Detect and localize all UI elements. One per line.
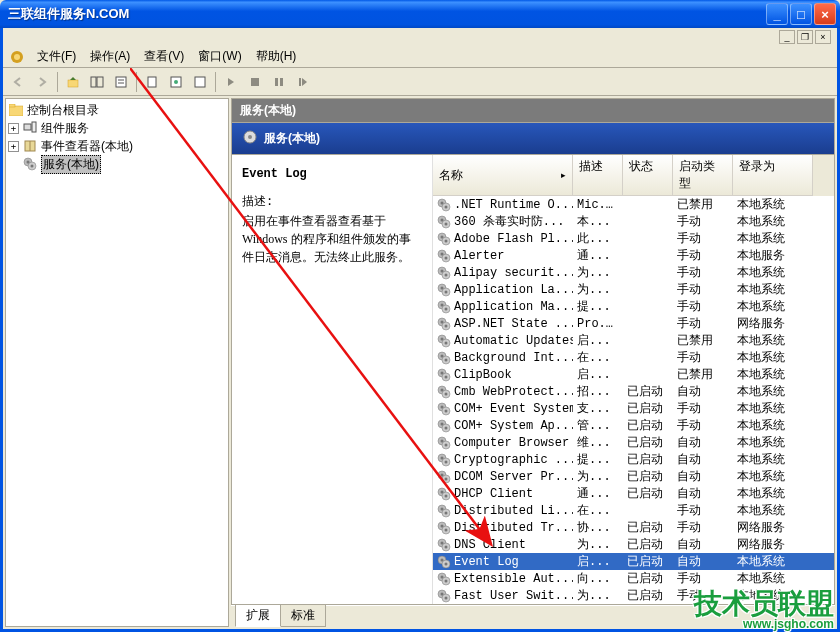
service-startup: 手动 bbox=[673, 247, 733, 264]
service-row[interactable]: Computer Browser维...已启动自动本地系统 bbox=[433, 434, 834, 451]
service-row[interactable]: ClipBook启...已禁用本地系统 bbox=[433, 366, 834, 383]
svg-point-66 bbox=[441, 354, 444, 357]
tab-standard[interactable]: 标准 bbox=[280, 604, 326, 627]
col-header-status[interactable]: 状态 bbox=[623, 155, 673, 196]
service-row[interactable]: Application Ma...提...手动本地系统 bbox=[433, 298, 834, 315]
toolbar bbox=[3, 68, 837, 96]
service-status: 已启动 bbox=[623, 383, 673, 400]
service-row[interactable]: Application La...为...手动本地系统 bbox=[433, 281, 834, 298]
service-name: Fast User Swit... bbox=[454, 589, 573, 603]
tree-item[interactable]: +事件查看器(本地) bbox=[8, 137, 226, 155]
col-header-desc[interactable]: 描述 bbox=[573, 155, 623, 196]
svg-point-39 bbox=[445, 239, 448, 242]
service-startup: 手动 bbox=[673, 230, 733, 247]
service-desc: 提... bbox=[573, 451, 623, 468]
service-row[interactable]: Cryptographic ...提...已启动自动本地系统 bbox=[433, 451, 834, 468]
up-button[interactable] bbox=[62, 71, 84, 93]
close-button[interactable]: × bbox=[814, 3, 836, 25]
svg-rect-4 bbox=[97, 77, 103, 87]
service-startup: 手动 bbox=[673, 281, 733, 298]
service-startup: 自动 bbox=[673, 434, 733, 451]
service-startup: 手动 bbox=[673, 315, 733, 332]
col-header-startup[interactable]: 启动类型 bbox=[673, 155, 733, 196]
show-hide-button[interactable] bbox=[86, 71, 108, 93]
maximize-button[interactable]: □ bbox=[790, 3, 812, 25]
svg-point-122 bbox=[441, 592, 444, 595]
window-titlebar: 三联组件服务N.COM _ □ × bbox=[0, 0, 840, 28]
service-row[interactable]: Automatic Updates启...已禁用本地系统 bbox=[433, 332, 834, 349]
minimize-button[interactable]: _ bbox=[766, 3, 788, 25]
col-header-name[interactable]: 名称▸ bbox=[433, 155, 573, 196]
service-row[interactable]: DNS Client为...已启动自动网络服务 bbox=[433, 536, 834, 553]
service-name: COM+ Event System bbox=[454, 402, 573, 416]
properties-button[interactable] bbox=[110, 71, 132, 93]
service-name: Application La... bbox=[454, 283, 573, 297]
service-name: Event Log bbox=[454, 555, 519, 569]
menu-action[interactable]: 操作(A) bbox=[84, 46, 136, 67]
service-row[interactable]: DHCP Client通...已启动自动本地系统 bbox=[433, 485, 834, 502]
service-row[interactable]: ASP.NET State ...Pro...手动网络服务 bbox=[433, 315, 834, 332]
service-icon bbox=[437, 283, 451, 297]
export-button[interactable] bbox=[141, 71, 163, 93]
tree-pane[interactable]: 控制台根目录 +组件服务+事件查看器(本地)服务(本地) bbox=[5, 98, 229, 627]
tree-item[interactable]: 服务(本地) bbox=[8, 155, 226, 173]
service-row[interactable]: Alerter通...手动本地服务 bbox=[433, 247, 834, 264]
svg-point-43 bbox=[445, 256, 448, 259]
service-row[interactable]: Distributed Tr...协...已启动手动网络服务 bbox=[433, 519, 834, 536]
service-row[interactable]: Adobe Flash Pl...此...手动本地系统 bbox=[433, 230, 834, 247]
service-startup: 手动 bbox=[673, 349, 733, 366]
expand-icon[interactable]: + bbox=[8, 141, 19, 152]
service-row[interactable]: 360 杀毒实时防...本...手动本地系统 bbox=[433, 213, 834, 230]
service-row[interactable]: COM+ System Ap...管...已启动手动本地系统 bbox=[433, 417, 834, 434]
service-icon bbox=[437, 572, 451, 586]
service-status: 已启动 bbox=[623, 485, 673, 502]
service-row[interactable]: Cmb WebProtect...招...已启动自动本地系统 bbox=[433, 383, 834, 400]
service-logon: 网络服务 bbox=[733, 315, 813, 332]
col-header-logon[interactable]: 登录为 bbox=[733, 155, 813, 196]
mdi-restore-button[interactable]: ❐ bbox=[797, 30, 813, 44]
service-row[interactable]: COM+ Event System支...已启动手动本地系统 bbox=[433, 400, 834, 417]
service-row[interactable]: Background Int...在...手动本地系统 bbox=[433, 349, 834, 366]
svg-point-79 bbox=[445, 409, 448, 412]
service-desc: 此... bbox=[573, 230, 623, 247]
service-icon bbox=[437, 215, 451, 229]
app-icon bbox=[9, 49, 25, 65]
service-row[interactable]: Event Log启...已启动自动本地系统 bbox=[433, 553, 834, 570]
mdi-minimize-button[interactable]: _ bbox=[779, 30, 795, 44]
tab-extended[interactable]: 扩展 bbox=[235, 604, 281, 627]
service-logon: 本地系统 bbox=[733, 383, 813, 400]
svg-rect-17 bbox=[9, 104, 15, 107]
service-icon bbox=[437, 538, 451, 552]
svg-point-82 bbox=[441, 422, 444, 425]
back-button bbox=[7, 71, 29, 93]
watermark: 技术员联盟 www.jsgho.com bbox=[694, 590, 834, 630]
service-row[interactable]: .NET Runtime O...Mic...已禁用本地系统 bbox=[433, 196, 834, 213]
menu-view[interactable]: 查看(V) bbox=[138, 46, 190, 67]
svg-point-119 bbox=[445, 579, 448, 582]
svg-point-114 bbox=[441, 558, 444, 561]
service-logon: 本地系统 bbox=[733, 485, 813, 502]
mdi-close-button[interactable]: × bbox=[815, 30, 831, 44]
refresh-button[interactable] bbox=[165, 71, 187, 93]
tree-item[interactable]: +组件服务 bbox=[8, 119, 226, 137]
service-row[interactable]: Distributed Li...在...手动本地系统 bbox=[433, 502, 834, 519]
menu-file[interactable]: 文件(F) bbox=[31, 46, 82, 67]
service-name: ClipBook bbox=[454, 368, 512, 382]
service-status: 已启动 bbox=[623, 400, 673, 417]
service-row[interactable]: DCOM Server Pr...为...已启动自动本地系统 bbox=[433, 468, 834, 485]
tree-root[interactable]: 控制台根目录 bbox=[8, 101, 226, 119]
menu-help[interactable]: 帮助(H) bbox=[250, 46, 303, 67]
svg-point-30 bbox=[441, 201, 444, 204]
service-row[interactable]: Alipay securit...为...手动本地系统 bbox=[433, 264, 834, 281]
help-button[interactable] bbox=[189, 71, 211, 93]
menu-window[interactable]: 窗口(W) bbox=[192, 46, 247, 67]
service-startup: 自动 bbox=[673, 451, 733, 468]
service-logon: 本地系统 bbox=[733, 298, 813, 315]
svg-point-55 bbox=[445, 307, 448, 310]
expand-icon[interactable]: + bbox=[8, 123, 19, 134]
service-row[interactable]: Extensible Aut...向...已启动手动本地系统 bbox=[433, 570, 834, 587]
menubar: 文件(F) 操作(A) 查看(V) 窗口(W) 帮助(H) bbox=[3, 46, 837, 68]
service-list[interactable]: 名称▸ 描述 状态 启动类型 登录为 .NET Runtime O...Mic.… bbox=[432, 155, 834, 604]
service-logon: 本地系统 bbox=[733, 349, 813, 366]
service-desc: 通... bbox=[573, 485, 623, 502]
